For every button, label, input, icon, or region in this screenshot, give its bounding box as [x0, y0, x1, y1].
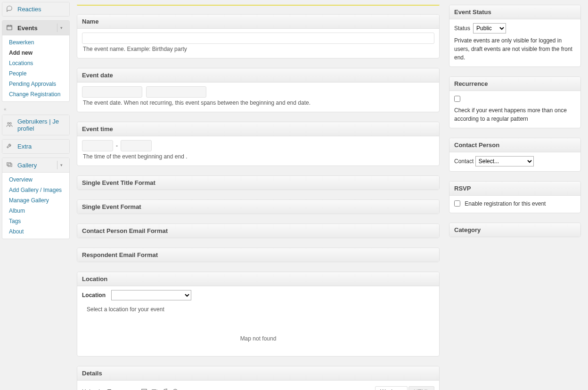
- menu-gallery-head[interactable]: Gallery ▾: [2, 158, 69, 173]
- add-video-icon[interactable]: [151, 388, 158, 390]
- box-recurrence: Recurrence Check if your event happens m…: [449, 76, 581, 128]
- menu-gebruikers[interactable]: Gebruikers | Je profiel: [2, 115, 70, 135]
- box-contact-email-format[interactable]: Contact Person Email Format: [77, 224, 440, 238]
- admin-sidebar: Reacties Events ▾ Bewerken Add new Locat…: [0, 0, 70, 390]
- menu-events: Events ▾ Bewerken Add new Locations Peop…: [2, 20, 70, 102]
- tool-icon: [6, 142, 15, 150]
- end-date-input[interactable]: [146, 86, 206, 98]
- add-audio-icon[interactable]: [162, 388, 168, 390]
- recurrence-helper: Check if your event happens more than on…: [454, 106, 576, 123]
- menu-extra-label: Extra: [17, 143, 65, 150]
- box-details-title: Details: [77, 366, 439, 381]
- rsvp-checkbox[interactable]: [454, 200, 460, 207]
- box-event-time-title: Event time: [77, 122, 439, 136]
- contact-label: Contact: [454, 158, 474, 165]
- box-location-title: Location: [77, 272, 439, 286]
- chevron-down-icon[interactable]: ▾: [57, 161, 65, 169]
- map-placeholder: Map not found: [82, 314, 434, 351]
- submenu-tags[interactable]: Tags: [2, 216, 69, 226]
- menu-reacties[interactable]: Reacties: [2, 2, 70, 17]
- box-event-date-title: Event date: [77, 68, 439, 83]
- location-helper: Select a location for your event: [82, 304, 434, 314]
- time-separator: -: [116, 142, 118, 149]
- side-column: Event Status Status Public Private event…: [449, 5, 581, 390]
- box-rsvp: RSVP Enable registration for this event: [449, 181, 581, 213]
- start-date-input[interactable]: [82, 86, 142, 98]
- status-helper: Private events are only visible for logg…: [454, 36, 576, 62]
- comment-icon: [6, 5, 15, 13]
- event-name-input[interactable]: [82, 33, 434, 44]
- menu-events-label: Events: [17, 25, 57, 32]
- submenu-locations[interactable]: Locations: [2, 58, 69, 68]
- box-location: Location Location Select a location for …: [77, 272, 440, 357]
- box-name-title: Name: [77, 15, 439, 29]
- status-select[interactable]: Public: [473, 23, 506, 33]
- location-label: Location: [82, 292, 106, 299]
- add-image-icon[interactable]: [141, 388, 147, 390]
- start-time-input[interactable]: [82, 140, 113, 151]
- add-media-icon[interactable]: [172, 388, 179, 390]
- menu-events-head[interactable]: Events ▾: [2, 21, 69, 35]
- menu-gebruikers-label: Gebruikers | Je profiel: [17, 118, 65, 132]
- rsvp-label: Enable registration for this event: [465, 200, 546, 207]
- box-category[interactable]: Category: [449, 223, 581, 237]
- box-name: Name The event name. Example: Birthday p…: [77, 14, 440, 58]
- event-date-helper: The event date. When not recurring, this…: [82, 98, 434, 107]
- submenu-add-new[interactable]: Add new: [2, 48, 69, 58]
- menu-gallery-label: Gallery: [17, 162, 57, 169]
- box-single-format[interactable]: Single Event Format: [77, 199, 440, 214]
- box-event-status: Event Status Status Public Private event…: [449, 5, 581, 67]
- box-event-time: Event time - The time of the event begin…: [77, 122, 440, 166]
- main-column: Name The event name. Example: Birthday p…: [77, 5, 440, 390]
- notice-bar: [77, 5, 440, 6]
- svg-rect-0: [7, 25, 12, 29]
- event-time-helper: The time of the event beginning and end …: [82, 151, 434, 161]
- box-single-title-format[interactable]: Single Event Title Format: [77, 175, 440, 190]
- box-details: Details Uploaden/Toevoegen: [77, 366, 440, 390]
- calendar-icon: [6, 24, 15, 32]
- box-event-date: Event date The event date. When not recu…: [77, 68, 440, 112]
- contact-select[interactable]: Select...: [475, 156, 534, 166]
- submenu-about[interactable]: About: [2, 226, 69, 237]
- location-select[interactable]: [111, 290, 191, 300]
- gallery-icon: [6, 161, 15, 169]
- chevron-down-icon[interactable]: ▾: [57, 24, 65, 32]
- submenu-overview[interactable]: Overview: [2, 174, 69, 185]
- menu-gallery: Gallery ▾ Overview Add Gallery / Images …: [2, 158, 70, 239]
- box-respondent-email-format[interactable]: Respondent Email Format: [77, 248, 440, 262]
- svg-point-2: [10, 122, 11, 124]
- tab-wysiwyg[interactable]: Wysiwyg: [375, 386, 408, 390]
- tab-html[interactable]: HTML: [408, 386, 434, 390]
- submenu-pending-approvals[interactable]: Pending Approvals: [2, 79, 69, 89]
- svg-point-1: [8, 122, 9, 124]
- submenu-people[interactable]: People: [2, 68, 69, 79]
- status-label: Status: [454, 24, 470, 33]
- name-helper: The event name. Example: Birthday party: [82, 44, 434, 53]
- recurrence-checkbox[interactable]: [454, 96, 460, 102]
- submenu-manage-gallery[interactable]: Manage Gallery: [2, 195, 69, 206]
- box-contact-person: Contact Person Contact Select...: [449, 138, 581, 172]
- submenu-add-gallery[interactable]: Add Gallery / Images: [2, 185, 69, 195]
- submenu-album[interactable]: Album: [2, 206, 69, 216]
- submenu-change-registration[interactable]: Change Registration: [2, 89, 69, 100]
- users-icon: [6, 121, 15, 129]
- menu-reacties-label: Reacties: [17, 6, 65, 13]
- collapse-icon[interactable]: «: [2, 106, 70, 115]
- menu-extra[interactable]: Extra: [2, 139, 70, 154]
- submenu-bewerken[interactable]: Bewerken: [2, 37, 69, 48]
- end-time-input[interactable]: [121, 140, 152, 151]
- rsvp-row[interactable]: Enable registration for this event: [454, 200, 546, 207]
